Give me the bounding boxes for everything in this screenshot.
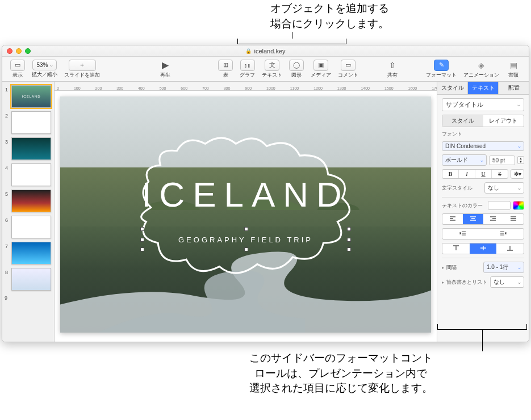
tick: 900 <box>245 86 252 90</box>
outdent-button[interactable] <box>442 229 483 239</box>
align-justify-button[interactable] <box>503 214 524 224</box>
add-slide-button[interactable]: ＋ スライドを追加 <box>61 60 103 79</box>
play-button[interactable]: ▶ 再生 <box>154 60 176 79</box>
char-style-dropdown[interactable]: なし⌵ <box>484 182 524 194</box>
format-button[interactable]: ✎フォーマット <box>423 60 460 79</box>
zoom-label: 拡大／縮小 <box>32 71 57 78</box>
ruler-horizontal: 0100200300400500600700800900100011001200… <box>55 82 437 91</box>
align-right-button[interactable] <box>483 214 504 224</box>
callout-bracket-top <box>237 39 346 44</box>
bullets-label: 箇条書きとリスト <box>446 279 487 286</box>
document-button[interactable]: ▤書類 <box>503 60 524 79</box>
style-layout-segment[interactable]: スタイル レイアウト <box>442 115 524 127</box>
slide-thumb-8[interactable]: 8 <box>11 268 51 291</box>
valign-middle-button[interactable] <box>470 243 497 254</box>
callout-bracket-bottom <box>437 324 527 330</box>
subtab-style[interactable]: スタイル <box>442 115 483 127</box>
callout-b-line1: このサイドバーのフォーマットコント <box>182 351 500 366</box>
bold-button[interactable]: B <box>442 170 459 178</box>
tick: 1400 <box>361 86 370 90</box>
slide-thumb-4[interactable]: 4 <box>11 163 51 186</box>
share-label: 共有 <box>387 72 398 79</box>
spacing-dropdown[interactable]: 1.0 - 1行⌵ <box>483 262 524 273</box>
table-button[interactable]: ⊞表 <box>215 60 236 79</box>
font-size-stepper[interactable]: ▲▼ <box>517 156 524 164</box>
inspector-tabs: スタイル テキスト 配置 <box>437 82 529 95</box>
titlebar: 🔒 iceland.key <box>2 45 529 57</box>
vertical-align <box>442 243 524 254</box>
bullets-value: なし <box>494 278 505 286</box>
slide-thumb-7[interactable]: 7 <box>11 242 51 264</box>
shape-button[interactable]: ◯図形 <box>286 60 307 79</box>
callout-b-line2: ロールは、プレゼンテーション内で <box>182 366 500 381</box>
add-slide-label: スライドを追加 <box>64 72 100 79</box>
zoom-dropdown[interactable]: 53%⌵ 拡大／縮小 <box>28 60 61 78</box>
slide-navigator[interactable]: 1 2 3 4 5 6 7 8 9 <box>2 82 55 342</box>
tick: 1000 <box>266 86 275 90</box>
slide-thumb-5[interactable]: 5 <box>11 190 51 212</box>
selection-handles[interactable] <box>142 229 350 250</box>
slide-main[interactable]: ICELAND GEOGRAPHY FIELD TRIP <box>60 96 431 333</box>
bullets-dropdown[interactable]: なし⌵ <box>490 276 524 288</box>
text-button[interactable]: 文テキスト <box>258 60 286 79</box>
slide-thumb-2[interactable]: 2 <box>11 111 51 134</box>
table-icon: ⊞ <box>218 60 233 71</box>
text-icon: 文 <box>265 60 279 71</box>
view-icon: ▭ <box>10 60 25 71</box>
paragraph-style-value: サブタイトル <box>446 100 483 109</box>
bius-buttons: B I U S <box>442 169 508 179</box>
align-center-button[interactable] <box>463 214 483 224</box>
callout-leader-bottom <box>482 330 483 351</box>
subtab-layout[interactable]: レイアウト <box>483 115 524 127</box>
font-weight-dropdown[interactable]: ボールド⌵ <box>442 154 487 166</box>
brush-icon: ✎ <box>434 60 449 71</box>
share-button[interactable]: ⇧共有 <box>382 60 403 79</box>
text-color-swatch[interactable] <box>488 201 511 210</box>
chart-button[interactable]: ⫾⫾グラフ <box>236 60 258 79</box>
slide-thumb-1[interactable]: 1 <box>11 85 51 108</box>
tick: 1600 <box>408 86 417 90</box>
tick: 200 <box>95 86 102 90</box>
slide-title[interactable]: ICELAND <box>60 174 431 215</box>
valign-top-button[interactable] <box>442 243 470 254</box>
indent-buttons <box>442 228 524 240</box>
align-left-button[interactable] <box>442 214 463 224</box>
view-label: 表示 <box>12 72 23 79</box>
advanced-gear-button[interactable]: ✻▾ <box>511 169 524 179</box>
chart-label: グラフ <box>240 72 255 79</box>
plus-icon: ＋ <box>69 60 96 71</box>
strike-button[interactable]: S <box>492 170 508 178</box>
font-weight-value: ボールド <box>445 156 468 164</box>
view-button[interactable]: ▭ 表示 <box>7 60 28 79</box>
valign-bottom-button[interactable] <box>496 243 524 254</box>
text-color-label: テキストのカラー <box>442 202 486 209</box>
paragraph-style-dropdown[interactable]: サブタイトル ⌵ <box>442 98 524 111</box>
font-size-field[interactable]: 50 pt <box>489 156 515 165</box>
tick: 800 <box>224 86 231 90</box>
slide-thumb-6[interactable]: 6 <box>11 216 51 238</box>
tick: 500 <box>160 86 166 90</box>
font-family-dropdown[interactable]: DIN Condensed⌵ <box>442 141 524 151</box>
tab-text[interactable]: テキスト <box>468 82 499 94</box>
slide-canvas[interactable]: 0100200300400500600700800900100011001200… <box>55 82 437 342</box>
char-style-value: なし <box>488 184 499 192</box>
tick: 0 <box>57 86 59 90</box>
table-label: 表 <box>223 72 228 79</box>
callout-line2: 場合にクリックします。 <box>244 16 415 32</box>
animate-button[interactable]: ◈アニメーション <box>460 60 503 79</box>
media-label: メディア <box>311 72 331 79</box>
filename: iceland.key <box>254 48 285 54</box>
tick: 300 <box>116 86 123 90</box>
media-button[interactable]: ▣メディア <box>307 60 335 79</box>
tab-arrange[interactable]: 配置 <box>499 82 529 94</box>
comment-button[interactable]: ▭コメント <box>335 60 362 79</box>
tick: 1100 <box>290 86 299 90</box>
underline-button[interactable]: U <box>475 170 492 178</box>
indent-button[interactable] <box>483 229 524 239</box>
slide-thumb-3[interactable]: 3 <box>11 137 51 160</box>
color-wheel-button[interactable] <box>513 201 524 210</box>
font-section-label: フォント <box>442 131 524 138</box>
italic-button[interactable]: I <box>459 170 475 178</box>
zoom-value: 53% <box>36 62 48 68</box>
tab-style[interactable]: スタイル <box>437 82 468 94</box>
